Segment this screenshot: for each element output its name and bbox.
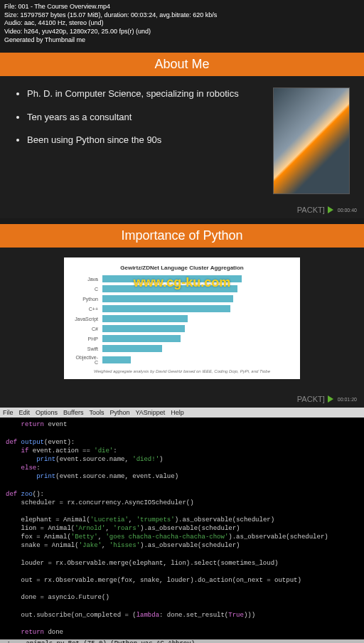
chart-label: Java	[74, 277, 102, 282]
emacs-status-line: -:--- animals.py Bot (75,0) (Python yas …	[0, 639, 364, 643]
menu-file[interactable]: File	[3, 409, 14, 416]
meta-file: File: 001 - The Course Overview.mp4	[4, 3, 360, 11]
emacs-menubar: FileEditOptionsBuffersToolsPythonYASnipp…	[0, 408, 364, 418]
code-line: def output(event):	[6, 439, 75, 446]
chart-footer: Weighted aggregate analysis by David Gew…	[74, 369, 290, 373]
code-line: scheduler = rx.concurrency.AsyncIOSchedu…	[6, 499, 194, 506]
slide2-title: Importance of Python	[0, 224, 364, 248]
code-line: louder = rx.Observable.merge(elephant, l…	[6, 560, 278, 567]
packt-logo: PACKT] 00:00:40	[297, 206, 357, 214]
menu-tools[interactable]: Tools	[89, 409, 104, 416]
menu-yasnippet[interactable]: YASnippet	[135, 409, 165, 416]
packt-logo: PACKT] 00:01:20	[297, 395, 357, 403]
chart-bar	[102, 305, 230, 312]
menu-buffers[interactable]: Buffers	[63, 409, 83, 416]
chart-label: C#	[74, 326, 102, 331]
timestamp: 00:00:40	[338, 208, 357, 213]
timestamp: 00:01:20	[338, 397, 357, 402]
chart-row: Python	[74, 295, 290, 302]
meta-gen: Generated by Thumbnail me	[4, 36, 360, 45]
code-line: return event	[6, 421, 67, 428]
meta-audio: Audio: aac, 44100 Hz, stereo (und)	[4, 19, 360, 28]
meta-size: Size: 15797587 bytes (15.07 MiB), durati…	[4, 11, 360, 20]
chart-label: C	[74, 287, 102, 292]
chart-bar	[102, 335, 181, 342]
chart-bar	[102, 325, 185, 332]
video-metadata: File: 001 - The Course Overview.mp4 Size…	[0, 0, 364, 47]
chart-label: Objective-C	[74, 355, 102, 365]
code-line: print(event.source.name, event.value)	[6, 473, 178, 480]
code-line: if event.action == 'die':	[6, 447, 117, 455]
chart-label: PHP	[74, 336, 102, 341]
language-chart: Gewirtz/ZDNet Language Cluster Aggregati…	[64, 257, 300, 379]
bullet-item: Been using Python since the 90s	[27, 134, 263, 147]
chart-label: C++	[74, 307, 102, 312]
code-line: elephant = Animal('Lucretia', 'trumpets'…	[6, 516, 274, 524]
slide1-title: About Me	[0, 53, 364, 76]
menu-edit[interactable]: Edit	[19, 409, 31, 416]
chart-row: Objective-C	[74, 355, 290, 365]
chart-bar	[102, 285, 237, 292]
menu-options[interactable]: Options	[36, 409, 58, 416]
code-line: done = asyncio.Future()	[6, 594, 109, 601]
bullet-item: Ten years as a consultant	[27, 111, 263, 124]
code-line: out = rx.Observable.merge(fox, snake, lo…	[6, 577, 301, 584]
play-icon	[328, 206, 333, 213]
chart-bar	[102, 315, 188, 322]
chart-title: Gewirtz/ZDNet Language Cluster Aggregati…	[74, 265, 290, 271]
code-line: return done	[6, 629, 63, 636]
code-line: fox = Animal('Betty', 'goes chacha-chach…	[6, 533, 328, 541]
chart-bar	[102, 295, 233, 302]
chart-bar	[102, 356, 131, 363]
code-line: out.subscribe(on_completed = (lambda: do…	[6, 612, 255, 619]
chart-row: Swift	[74, 345, 290, 352]
chart-bar	[102, 345, 162, 352]
chart-row: Java	[74, 275, 290, 282]
chart-label: JavaScript	[74, 317, 102, 322]
menu-help[interactable]: Help	[171, 409, 184, 416]
code-line: def zoo():	[6, 491, 44, 498]
code-line: lion = Animal('Arnold', 'roars').as_obse…	[6, 525, 240, 532]
code-editor[interactable]: return event def output(event): if event…	[0, 418, 364, 639]
chart-row: C#	[74, 325, 290, 332]
code-line: else:	[6, 464, 41, 472]
slide-importance: Importance of Python Gewirtz/ZDNet Langu…	[0, 224, 364, 408]
packt-text: PACKT]	[297, 206, 325, 214]
slide-about-me: About Me Ph. D. in Computer Science, spe…	[0, 53, 364, 218]
play-icon	[328, 395, 333, 403]
code-line: snake = Animal('Jake', 'hisses').as_obse…	[6, 542, 240, 549]
menu-python[interactable]: Python	[109, 409, 129, 416]
chart-row: C	[74, 285, 290, 292]
chart-row: C++	[74, 305, 290, 312]
packt-text: PACKT]	[297, 395, 325, 403]
chart-row: JavaScript	[74, 315, 290, 322]
chart-label: Python	[74, 297, 102, 302]
chart-label: Swift	[74, 346, 102, 351]
chart-bar	[102, 275, 242, 282]
meta-video: Video: h264, yuv420p, 1280x720, 25.00 fp…	[4, 28, 360, 36]
code-line: print(event.source.name, 'died!')	[6, 456, 163, 463]
bullet-item: Ph. D. in Computer Science, specializing…	[27, 87, 263, 100]
presenter-photo	[273, 87, 350, 194]
slide1-bullets: Ph. D. in Computer Science, specializing…	[27, 87, 263, 207]
chart-row: PHP	[74, 335, 290, 342]
